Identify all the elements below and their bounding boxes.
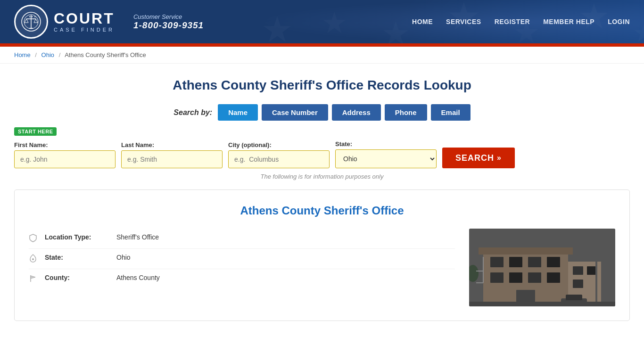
svg-point-13 [32,258,34,260]
state-field: State: AlabamaAlaskaArizonaArkansas Cali… [335,140,437,168]
svg-rect-19 [509,257,522,267]
svg-rect-22 [490,272,504,283]
last-name-field: Last Name: [121,141,223,168]
breadcrumb-sep-2: / [59,51,61,58]
tab-name[interactable]: Name [218,104,258,121]
info-row-state: State: Ohio [29,249,455,269]
last-name-input[interactable] [121,150,223,168]
nav-services[interactable]: SERVICES [446,18,481,25]
nav-member-help[interactable]: MEMBER HELP [543,18,594,25]
first-name-input[interactable] [14,150,116,168]
tab-email[interactable]: Email [431,104,471,121]
info-card-body: Location Type: Sheriff's Office State: O… [29,229,615,306]
svg-rect-18 [490,257,504,267]
svg-rect-28 [573,266,583,275]
breadcrumb-state[interactable]: Ohio [41,51,54,58]
svg-rect-37 [469,302,615,306]
logo-text: COURT CASE FINDER [54,11,115,33]
nav-login[interactable]: LOGIN [608,18,630,25]
city-input[interactable] [228,150,330,168]
building-image [469,229,615,306]
breadcrumb-sep-1: / [35,51,37,58]
logo-emblem-icon: ★ ★ ★ [21,11,41,32]
state-value: Ohio [116,254,131,261]
city-field: City (optional): [228,141,330,168]
shield-icon [29,234,39,244]
breadcrumb: Home / Ohio / Athens County Sheriff's Of… [0,47,644,64]
tab-case-number[interactable]: Case Number [262,104,328,121]
search-chevrons-icon: » [497,154,502,162]
state-label: State: [335,140,437,148]
logo: ★ ★ ★ COURT CASE FINDER [14,5,115,39]
county-value: Athens County [116,274,160,281]
first-name-field: First Name: [14,141,116,168]
svg-text:★: ★ [261,9,293,43]
svg-rect-34 [566,295,582,300]
logo-case-finder-text: CASE FINDER [54,27,115,33]
site-header: ★ ★ ★ ★ ★ ★ ★ ★ ★ ★ COURT CASE FINDER [0,0,644,43]
search-form: First Name: Last Name: City (optional): … [14,140,630,168]
main-content: Athens County Sheriff's Office Records L… [0,64,644,321]
svg-rect-20 [528,257,541,267]
svg-rect-25 [547,272,560,283]
svg-rect-24 [528,272,541,283]
info-card-title: Athens County Sheriff's Office [29,204,615,217]
info-note: The following is for information purpose… [14,173,630,180]
red-bar [0,43,644,47]
main-nav: HOME SERVICES REGISTER MEMBER HELP LOGIN [412,18,630,25]
svg-text:★: ★ [381,15,411,43]
location-type-value: Sheriff's Office [116,233,159,241]
breadcrumb-home[interactable]: Home [14,51,31,58]
state-select[interactable]: AlabamaAlaskaArizonaArkansas CaliforniaC… [335,149,437,168]
info-row-location-type: Location Type: Sheriff's Office [29,229,455,249]
county-key: County: [45,274,111,281]
search-button-label: SEARCH [455,153,494,163]
customer-service-label: Customer Service [133,13,204,20]
state-key: State: [45,254,111,261]
page-title: Athens County Sheriff's Office Records L… [14,78,630,93]
svg-rect-30 [573,280,583,288]
nav-register[interactable]: REGISTER [495,18,530,25]
last-name-label: Last Name: [121,141,223,148]
map-icon [29,254,39,264]
customer-service: Customer Service 1-800-309-9351 [133,13,204,31]
info-fields: Location Type: Sheriff's Office State: O… [29,229,455,289]
search-by-row: Search by: Name Case Number Address Phon… [14,104,630,121]
flag-icon [29,274,39,284]
info-card: Athens County Sheriff's Office Location … [14,189,630,321]
svg-text:★: ★ [632,17,644,43]
info-row-county: County: Athens County [29,269,455,289]
location-type-key: Location Type: [45,233,111,241]
logo-court-text: COURT [54,11,115,26]
city-label: City (optional): [228,141,330,148]
first-name-label: First Name: [14,141,116,148]
start-here-badge: START HERE [14,127,57,136]
logo-circle: ★ ★ ★ [14,5,48,39]
tab-phone[interactable]: Phone [385,104,427,121]
svg-text:★ ★ ★: ★ ★ ★ [29,15,36,18]
nav-home[interactable]: HOME [412,18,433,25]
customer-service-phone: 1-800-309-9351 [133,20,204,30]
svg-rect-21 [547,257,560,267]
search-by-label: Search by: [173,108,212,117]
form-container: START HERE First Name: Last Name: City (… [14,129,630,168]
svg-rect-17 [479,247,573,255]
breadcrumb-current: Athens County Sheriff's Office [65,51,146,58]
svg-rect-23 [509,272,522,283]
svg-text:★: ★ [321,6,347,39]
tab-address[interactable]: Address [332,104,381,121]
search-button[interactable]: SEARCH » [442,148,515,168]
